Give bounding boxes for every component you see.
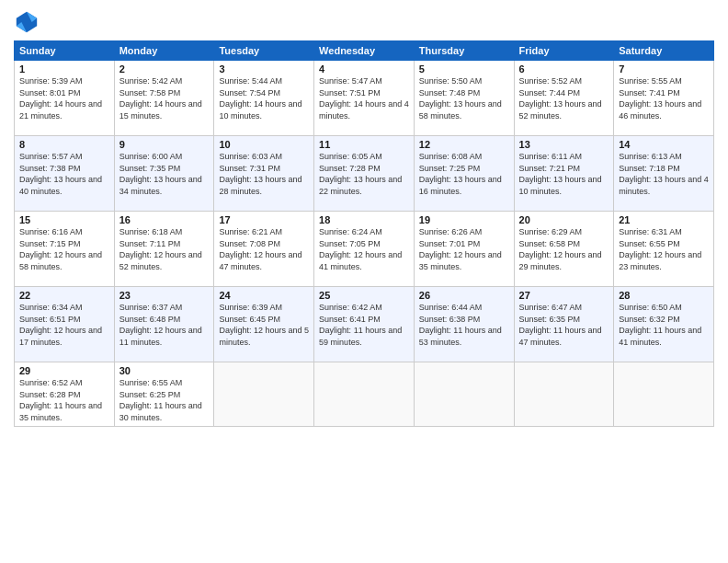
day-info: Daylight: 13 hours and 4 minutes. xyxy=(619,174,709,197)
day-info: Sunset: 7:51 PM xyxy=(319,87,409,99)
page: Sunday Monday Tuesday Wednesday Thursday… xyxy=(0,0,728,563)
day-info: Sunset: 7:38 PM xyxy=(19,163,109,175)
calendar-body: 1Sunrise: 5:39 AMSunset: 8:01 PMDaylight… xyxy=(15,61,714,427)
day-number: 29 xyxy=(19,365,109,376)
calendar-header: Sunday Monday Tuesday Wednesday Thursday… xyxy=(15,41,714,61)
col-thursday: Thursday xyxy=(414,41,514,61)
day-info: Daylight: 13 hours and 52 minutes. xyxy=(519,98,609,121)
day-info: Daylight: 12 hours and 17 minutes. xyxy=(19,325,109,348)
day-info: Sunset: 7:48 PM xyxy=(419,87,509,99)
day-info: Daylight: 14 hours and 21 minutes. xyxy=(19,98,109,121)
day-info: Sunset: 7:18 PM xyxy=(619,163,709,175)
table-cell: 9Sunrise: 6:00 AMSunset: 7:35 PMDaylight… xyxy=(114,136,214,212)
col-friday: Friday xyxy=(514,41,614,61)
day-number: 13 xyxy=(519,139,609,150)
day-info: Sunrise: 5:55 AM xyxy=(619,75,709,87)
day-info: Sunset: 7:08 PM xyxy=(219,238,309,250)
table-cell: 7Sunrise: 5:55 AMSunset: 7:41 PMDaylight… xyxy=(614,61,714,136)
day-number: 30 xyxy=(119,365,210,376)
day-info: Sunset: 7:01 PM xyxy=(419,238,509,250)
svg-marker-0 xyxy=(17,12,37,32)
day-info: Sunset: 7:15 PM xyxy=(19,238,109,250)
day-info: Sunrise: 6:00 AM xyxy=(119,151,210,163)
table-cell: 10Sunrise: 6:03 AMSunset: 7:31 PMDayligh… xyxy=(214,136,314,212)
day-info: Sunset: 7:44 PM xyxy=(519,87,609,99)
table-cell: 14Sunrise: 6:13 AMSunset: 7:18 PMDayligh… xyxy=(614,136,714,212)
day-info: Daylight: 11 hours and 35 minutes. xyxy=(19,400,109,423)
day-info: Daylight: 13 hours and 10 minutes. xyxy=(519,174,609,197)
logo xyxy=(14,9,43,35)
day-info: Sunrise: 6:52 AM xyxy=(19,377,109,389)
day-info: Sunrise: 5:57 AM xyxy=(19,151,109,163)
table-cell: 11Sunrise: 6:05 AMSunset: 7:28 PMDayligh… xyxy=(314,136,415,212)
table-cell: 28Sunrise: 6:50 AMSunset: 6:32 PMDayligh… xyxy=(614,287,714,362)
col-wednesday: Wednesday xyxy=(314,41,415,61)
col-saturday: Saturday xyxy=(614,41,714,61)
day-number: 12 xyxy=(419,139,509,150)
day-info: Sunset: 6:32 PM xyxy=(619,314,709,326)
day-info: Sunset: 7:31 PM xyxy=(219,163,309,175)
table-cell: 24Sunrise: 6:39 AMSunset: 6:45 PMDayligh… xyxy=(214,287,314,362)
day-number: 25 xyxy=(319,290,409,301)
col-sunday: Sunday xyxy=(15,41,115,61)
table-cell: 1Sunrise: 5:39 AMSunset: 8:01 PMDaylight… xyxy=(15,61,115,136)
day-info: Sunrise: 6:31 AM xyxy=(619,226,709,238)
day-number: 19 xyxy=(419,214,509,225)
day-number: 18 xyxy=(319,214,409,225)
table-cell xyxy=(514,362,614,427)
day-info: Sunset: 6:38 PM xyxy=(419,314,509,326)
day-number: 2 xyxy=(119,63,210,75)
day-info: Sunset: 7:35 PM xyxy=(119,163,210,175)
day-info: Sunrise: 6:42 AM xyxy=(319,302,409,314)
day-info: Sunset: 7:54 PM xyxy=(219,87,309,99)
table-cell: 17Sunrise: 6:21 AMSunset: 7:08 PMDayligh… xyxy=(214,212,314,287)
day-info: Daylight: 11 hours and 59 minutes. xyxy=(319,325,409,348)
day-number: 9 xyxy=(119,139,210,150)
day-number: 8 xyxy=(19,139,109,150)
day-info: Daylight: 12 hours and 11 minutes. xyxy=(119,325,210,348)
table-cell: 22Sunrise: 6:34 AMSunset: 6:51 PMDayligh… xyxy=(15,287,115,362)
day-number: 6 xyxy=(519,63,609,75)
day-info: Daylight: 12 hours and 23 minutes. xyxy=(619,249,709,272)
day-info: Sunrise: 6:18 AM xyxy=(119,226,210,238)
day-number: 10 xyxy=(219,139,309,150)
day-info: Sunset: 6:45 PM xyxy=(219,314,309,326)
day-info: Daylight: 11 hours and 47 minutes. xyxy=(519,325,609,348)
day-info: Sunrise: 6:11 AM xyxy=(519,151,609,163)
day-info: Daylight: 14 hours and 15 minutes. xyxy=(119,98,210,121)
day-info: Sunset: 7:21 PM xyxy=(519,163,609,175)
table-cell: 30Sunrise: 6:55 AMSunset: 6:25 PMDayligh… xyxy=(114,362,214,427)
table-cell: 19Sunrise: 6:26 AMSunset: 7:01 PMDayligh… xyxy=(414,212,514,287)
day-number: 16 xyxy=(119,214,210,225)
day-number: 11 xyxy=(319,139,409,150)
day-info: Sunset: 7:58 PM xyxy=(119,87,210,99)
day-info: Sunrise: 6:44 AM xyxy=(419,302,509,314)
day-info: Sunrise: 6:24 AM xyxy=(319,226,409,238)
table-cell xyxy=(414,362,514,427)
day-info: Daylight: 13 hours and 34 minutes. xyxy=(119,174,210,197)
day-info: Sunset: 6:51 PM xyxy=(19,314,109,326)
day-info: Daylight: 12 hours and 29 minutes. xyxy=(519,249,609,272)
table-cell: 12Sunrise: 6:08 AMSunset: 7:25 PMDayligh… xyxy=(414,136,514,212)
table-cell: 2Sunrise: 5:42 AMSunset: 7:58 PMDaylight… xyxy=(114,61,214,136)
day-info: Daylight: 12 hours and 5 minutes. xyxy=(219,325,309,348)
day-info: Sunset: 7:11 PM xyxy=(119,238,210,250)
day-number: 14 xyxy=(619,139,709,150)
day-info: Daylight: 12 hours and 41 minutes. xyxy=(319,249,409,272)
day-info: Daylight: 11 hours and 53 minutes. xyxy=(419,325,509,348)
col-tuesday: Tuesday xyxy=(214,41,314,61)
day-info: Sunrise: 6:16 AM xyxy=(19,226,109,238)
day-number: 24 xyxy=(219,290,309,301)
day-info: Sunrise: 5:47 AM xyxy=(319,75,409,87)
day-info: Sunset: 6:41 PM xyxy=(319,314,409,326)
day-info: Daylight: 12 hours and 52 minutes. xyxy=(119,249,210,272)
day-info: Sunrise: 5:50 AM xyxy=(419,75,509,87)
table-cell: 4Sunrise: 5:47 AMSunset: 7:51 PMDaylight… xyxy=(314,61,415,136)
header-row: Sunday Monday Tuesday Wednesday Thursday… xyxy=(15,41,714,61)
day-info: Sunrise: 5:52 AM xyxy=(519,75,609,87)
day-number: 3 xyxy=(219,63,309,75)
day-info: Sunrise: 6:21 AM xyxy=(219,226,309,238)
table-cell: 23Sunrise: 6:37 AMSunset: 6:48 PMDayligh… xyxy=(114,287,214,362)
table-cell: 21Sunrise: 6:31 AMSunset: 6:55 PMDayligh… xyxy=(614,212,714,287)
day-info: Sunrise: 6:39 AM xyxy=(219,302,309,314)
